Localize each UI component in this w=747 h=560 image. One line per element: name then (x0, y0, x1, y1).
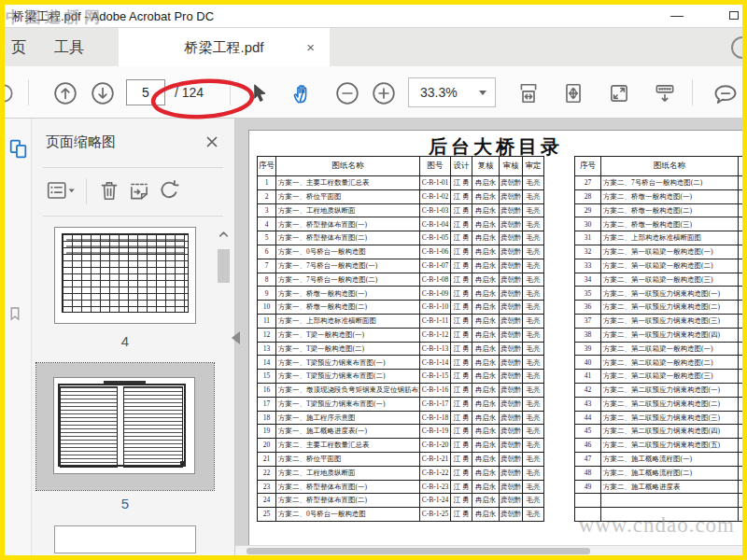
cell-staff-name: 龚朝黔 (500, 425, 523, 439)
cell-empty (739, 508, 743, 522)
zoom-out-button[interactable] (335, 81, 359, 105)
zoom-in-button[interactable] (372, 81, 396, 105)
table-row: 8方案一、7号桥台一般构造图(二)C-B-1-08江 勇冉启永龚朝黔毛亮 (258, 273, 544, 287)
horizontal-scrollbar[interactable] (235, 545, 742, 555)
page-number-input[interactable] (126, 79, 165, 105)
cell-seq: 18 (258, 411, 276, 425)
minimize-button[interactable]: — (663, 5, 691, 27)
next-page-button[interactable] (91, 81, 115, 105)
cell-staff-name: 冉启永 (472, 356, 500, 370)
notification-bell-icon[interactable] (731, 36, 747, 59)
cell-staff-name: 冉启永 (472, 397, 500, 411)
fullscreen-button[interactable] (607, 81, 631, 105)
table-row: 3方案一、工程地质纵断面C-B-1-03江 勇冉启永龚朝黔毛亮 (258, 203, 544, 217)
delete-pages-button[interactable] (97, 178, 121, 203)
cell-drawing-name: 方案一、上部构造标准横断面图 (276, 314, 420, 328)
thumbnail-page-5-selected[interactable] (36, 363, 214, 490)
thumbnails-panel: 页面缩略图 (32, 119, 235, 555)
thumbnail-list: 4 5 (32, 217, 234, 555)
cell-drawing-no: C-B- (739, 370, 743, 384)
cell-drawing-no: C-B- (739, 480, 743, 494)
cell-drawing-no: C-B- (739, 287, 743, 301)
cell-staff-name: 毛亮 (523, 494, 544, 508)
table-row: 27方案二、7号桥台一般构造图(二)C-B- (575, 176, 743, 190)
cell-seq: 43 (575, 397, 601, 411)
column-header: 图号 (739, 157, 743, 176)
cell-staff-name: 龚朝黔 (500, 314, 523, 328)
cell-seq: 29 (575, 203, 601, 217)
panel-scrollbar[interactable] (217, 225, 231, 555)
scrollbar-thumb[interactable] (218, 249, 230, 283)
cell-drawing-name: 方案二、施工概略流程图(一) (601, 452, 739, 466)
fit-page-button[interactable] (561, 81, 585, 105)
panel-close-icon[interactable] (203, 133, 221, 151)
tab-home[interactable]: 页 (5, 28, 33, 67)
app-body: 页面缩略图 (5, 119, 742, 555)
extract-pages-button[interactable] (127, 178, 151, 203)
table-row: 46方案二、第二联预应力钢束构造图(五)C-B- (575, 439, 743, 453)
cell-drawing-no: C-B- (739, 356, 743, 370)
thumbnail-options-button[interactable] (45, 178, 78, 203)
cell-staff-name: 毛亮 (523, 231, 544, 245)
scroll-up-icon[interactable] (217, 227, 231, 242)
cell-staff-name: 龚朝黔 (500, 203, 523, 217)
cell-staff-name: 江 勇 (451, 480, 472, 494)
cell-drawing-name: 方案二、第一联箱梁一般构造图(一) (601, 245, 739, 259)
rotate-pages-button[interactable] (157, 178, 181, 203)
cell-staff-name: 江 勇 (451, 425, 472, 439)
cell-seq: 10 (258, 301, 276, 315)
cell-drawing-name: 方案一、0号桥台一般构造图 (276, 245, 420, 259)
fit-width-button[interactable] (516, 81, 541, 105)
cell-staff-name: 冉启永 (472, 425, 500, 439)
table-row: 31方案二、上部构造标准横断面图C-B- (575, 231, 743, 245)
cell-drawing-no: C-B-1-25 (420, 508, 451, 522)
thumbnail-page-6-partial[interactable] (54, 525, 196, 553)
previous-page-button[interactable] (53, 81, 78, 105)
cell-drawing-no: C-B- (739, 245, 743, 259)
cell-staff-name: 冉启永 (472, 328, 500, 342)
cell-staff-name: 江 勇 (451, 245, 472, 259)
cell-seq: 33 (575, 259, 601, 273)
maximize-button[interactable] (720, 5, 747, 27)
cell-staff-name: 毛亮 (523, 259, 544, 273)
table-row: 17方案一、T梁预应力钢束布置图(一)C-B-1-17江 勇冉启永龚朝黔毛亮 (258, 397, 544, 411)
table-row: 48方案二、施工概略流程图(二)C-B- (575, 466, 743, 480)
tab-document[interactable]: 桥梁工程.pdf × (119, 28, 330, 67)
comment-bubble-icon[interactable] (712, 81, 737, 105)
cell-drawing-name: 方案二、0号桥台一般构造图 (276, 508, 420, 522)
cell-empty (575, 494, 601, 508)
bookmarks-pane-icon[interactable] (7, 305, 23, 326)
cell-seq: 2 (258, 189, 276, 203)
cell-drawing-no: C-B- (739, 203, 743, 217)
clipped-tool-icon (0, 81, 16, 105)
panel-collapse-handle[interactable] (232, 331, 240, 344)
cell-staff-name: 毛亮 (523, 466, 544, 480)
cell-drawing-name: 方案二、第一联预应力钢束构造图(三) (601, 314, 739, 328)
left-drawing-table: 序号图纸名称图号设计复核审核审定 1方案一、主要工程数量汇总表C-B-1-01江… (257, 156, 544, 522)
select-pointer-icon[interactable] (247, 81, 271, 105)
cell-drawing-no: C-B-1-23 (420, 480, 451, 494)
horizontal-scrollbar-thumb[interactable] (247, 548, 590, 554)
cell-seq: 25 (258, 508, 276, 522)
page-thumbnails-pane-icon[interactable] (7, 137, 30, 164)
table-row: 29方案二、桥墩一般构造图(二)C-B- (575, 203, 743, 217)
hand-tool-icon[interactable] (290, 81, 315, 105)
cell-staff-name: 龚朝黔 (500, 287, 523, 301)
cell-drawing-name: 方案一、T梁一般构造图(一) (276, 328, 420, 342)
cell-staff-name: 毛亮 (523, 176, 544, 190)
cell-staff-name: 冉启永 (472, 342, 500, 356)
cell-staff-name: 毛亮 (523, 508, 544, 522)
cell-staff-name: 江 勇 (451, 231, 472, 245)
tab-tools[interactable]: 工具 (40, 28, 98, 67)
column-header: 图号 (420, 157, 451, 176)
cell-staff-name: 江 勇 (451, 411, 472, 425)
table-row: 2方案一、桥位平面图C-B-1-02江 勇冉启永龚朝黔毛亮 (258, 189, 544, 203)
thumbnail-page-4[interactable] (54, 227, 196, 324)
toolbar-divider (692, 79, 693, 105)
toolbar-dock-button[interactable] (653, 81, 677, 105)
cell-staff-name: 龚朝黔 (500, 189, 523, 203)
cell-staff-name: 江 勇 (451, 383, 472, 397)
tab-close-icon[interactable]: × (306, 28, 315, 67)
zoom-level-dropdown[interactable]: 33.3% (408, 77, 496, 107)
maximize-icon (729, 11, 739, 20)
